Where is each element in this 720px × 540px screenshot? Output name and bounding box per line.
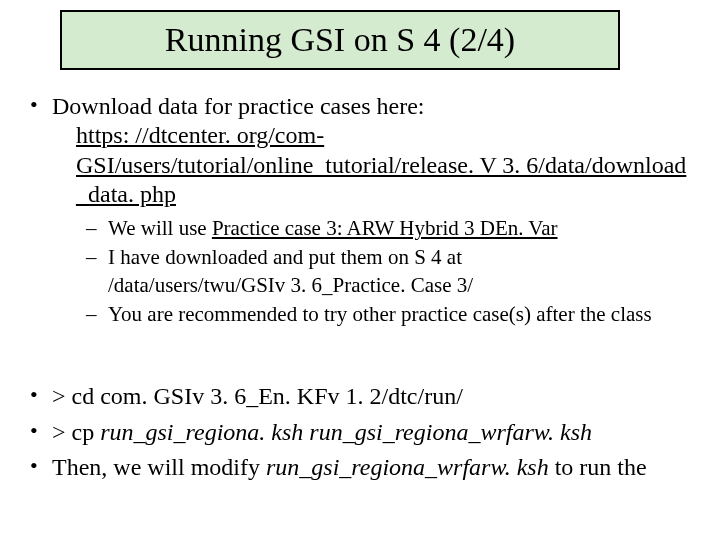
modify-prefix: Then, we will modify <box>52 454 266 480</box>
sub1-case-name: Practice case 3: ARW Hybrid 3 DEn. Var <box>212 216 558 240</box>
title-box: Running GSI on S 4 (2/4) <box>60 10 620 70</box>
modify-suffix: to run the <box>549 454 647 480</box>
cp-filenames: run_gsi_regiona. ksh run_gsi_regiona_wrf… <box>100 419 592 445</box>
bullet-cp-command: > cp run_gsi_regiona. ksh run_gsi_region… <box>28 418 696 447</box>
bullet-download-lead: Download data for practice cases here: <box>52 93 424 119</box>
sub-bullet-list: We will use Practice case 3: ARW Hybrid … <box>28 215 696 328</box>
sub3-text: You are recommended to try other practic… <box>108 302 652 326</box>
sub-bullet-recommend: You are recommended to try other practic… <box>82 301 696 328</box>
modify-filename: run_gsi_regiona_wrfarw. ksh <box>266 454 549 480</box>
sub-bullet-downloaded-path: I have downloaded and put them on S 4 at… <box>82 244 696 299</box>
page-title: Running GSI on S 4 (2/4) <box>165 21 515 59</box>
sub2-path: /data/users/twu/GSIv 3. 6_Practice. Case… <box>108 273 473 297</box>
sub1-prefix: We will use <box>108 216 212 240</box>
download-url-line1[interactable]: https: //dtcenter. org/com- <box>76 122 324 148</box>
slide: Running GSI on S 4 (2/4) Download data f… <box>0 0 720 540</box>
bullet-download: Download data for practice cases here: h… <box>28 92 696 209</box>
download-url-line2[interactable]: GSI/users/tutorial/online_tutorial/relea… <box>76 152 686 178</box>
cp-prefix: > cp <box>52 419 100 445</box>
download-url-line3[interactable]: _data. php <box>76 181 176 207</box>
bullet-cd-command: > cd com. GSIv 3. 6_En. KFv 1. 2/dtc/run… <box>28 382 696 411</box>
sub-bullet-practice-case: We will use Practice case 3: ARW Hybrid … <box>82 215 696 242</box>
bullet-modify: Then, we will modify run_gsi_regiona_wrf… <box>28 453 696 482</box>
slide-body: Download data for practice cases here: h… <box>28 92 696 488</box>
spacer <box>28 356 696 382</box>
cd-command-text: > cd com. GSIv 3. 6_En. KFv 1. 2/dtc/run… <box>52 383 463 409</box>
sub2-line1: I have downloaded and put them on S 4 at <box>108 245 462 269</box>
